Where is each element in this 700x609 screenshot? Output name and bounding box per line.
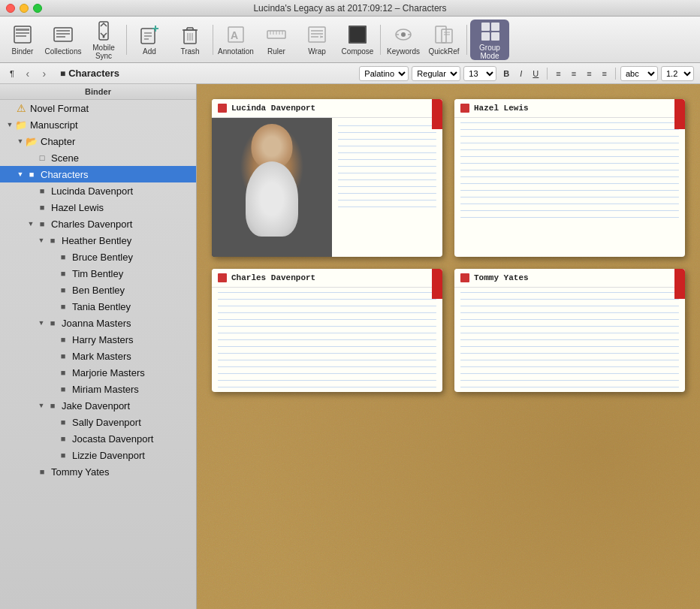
- sidebar-item-heather-bentley[interactable]: ▼ ■ Heather Bentley: [0, 232, 196, 249]
- nav-forward-arrow[interactable]: ›: [38, 67, 51, 80]
- font-family-select[interactable]: Palatino: [359, 66, 409, 81]
- card-icon-hazel: [460, 104, 469, 113]
- italic-button[interactable]: I: [516, 68, 526, 79]
- fullscreen-button[interactable]: [33, 4, 42, 13]
- mobile-sync-button[interactable]: Mobile Sync: [84, 20, 123, 60]
- svg-rect-43: [442, 29, 452, 43]
- sidebar-item-harry-masters[interactable]: ■ Harry Masters: [0, 331, 196, 348]
- sidebar-item-sally-davenport[interactable]: ■ Sally Davenport: [0, 414, 196, 430]
- sidebar-item-manuscript[interactable]: ▼ 📁 Manuscript: [0, 116, 196, 133]
- charles-icon: ■: [36, 218, 48, 230]
- tania-label: Tania Bentley: [72, 301, 131, 312]
- close-button[interactable]: [6, 4, 15, 13]
- sidebar-item-tim-bentley[interactable]: ■ Tim Bentley: [0, 265, 196, 282]
- sidebar-item-miriam-masters[interactable]: ■ Miriam Masters: [0, 381, 196, 397]
- line-11: [338, 193, 436, 194]
- sidebar-item-marjorie-masters[interactable]: ■ Marjorie Masters: [0, 364, 196, 381]
- sidebar-item-hazel-lewis[interactable]: ■ Hazel Lewis: [0, 199, 196, 216]
- card-lines-tommy: [454, 288, 685, 392]
- font-style-select[interactable]: Regular: [412, 66, 460, 81]
- lucinda-icon: ■: [36, 185, 48, 197]
- keywords-label: Keywords: [387, 47, 420, 56]
- jake-label: Jake Davenport: [62, 400, 130, 412]
- sidebar-item-joanna-masters[interactable]: ▼ ■ Joanna Masters: [0, 315, 196, 331]
- sidebar-item-chapter[interactable]: ▼ 📂 Chapter: [0, 133, 196, 149]
- card-tommy-yates[interactable]: Tommy Yates: [454, 269, 685, 392]
- binder-icon: [11, 23, 34, 46]
- ruler-icon: [265, 23, 288, 46]
- sidebar-item-scene[interactable]: □ Scene: [0, 149, 196, 166]
- characters-label: Characters: [41, 169, 89, 180]
- sidebar-item-characters[interactable]: ▼ ■ Characters: [0, 166, 196, 182]
- ruler-label: Ruler: [267, 47, 285, 56]
- joanna-icon: ■: [47, 317, 59, 329]
- font-size-select[interactable]: 13: [463, 66, 496, 81]
- sidebar-item-ben-bentley[interactable]: ■ Ben Bentley: [0, 282, 196, 298]
- sally-icon: ■: [57, 416, 69, 428]
- bold-button[interactable]: B: [499, 68, 513, 79]
- add-button[interactable]: Add: [130, 20, 169, 60]
- keywords-button[interactable]: Keywords: [384, 20, 423, 60]
- sidebar-item-tommy-yates[interactable]: ■ Tommy Yates: [0, 463, 196, 480]
- text-color-select[interactable]: abc: [620, 66, 658, 81]
- separator-2: [213, 25, 213, 55]
- group-mode-button[interactable]: Group Mode: [470, 20, 509, 60]
- card-icon-lucinda: [218, 104, 227, 113]
- line-5: [338, 152, 436, 153]
- novel-format-icon: ⚠: [15, 102, 27, 114]
- sidebar-item-lucinda-davenport[interactable]: ■ Lucinda Davenport: [0, 182, 196, 199]
- sidebar-item-jake-davenport[interactable]: ▼ ■ Jake Davenport: [0, 397, 196, 414]
- align-left-button[interactable]: ≡: [552, 68, 564, 79]
- collections-icon: [52, 23, 74, 46]
- sidebar-item-jocasta-davenport[interactable]: ■ Jocasta Davenport: [0, 430, 196, 447]
- card-lucinda-davenport[interactable]: Lucinda Davenport: [212, 99, 442, 257]
- mobile-sync-icon: [92, 20, 115, 42]
- sidebar-item-charles-davenport[interactable]: ▼ ■ Charles Davenport: [0, 216, 196, 232]
- card-charles-davenport[interactable]: Charles Davenport: [212, 269, 442, 392]
- sidebar-item-lizzie-davenport[interactable]: ■ Lizzie Davenport: [0, 447, 196, 463]
- annotation-label: Annotation: [218, 47, 254, 56]
- card-photo-lucinda: [212, 118, 332, 257]
- current-view-title: ■ Characters: [60, 68, 119, 79]
- align-center-button[interactable]: ≡: [568, 68, 580, 79]
- underline-button[interactable]: U: [529, 68, 542, 79]
- sidebar-item-mark-masters[interactable]: ■ Mark Masters: [0, 348, 196, 364]
- card-hazel-lewis[interactable]: Hazel Lewis: [454, 99, 685, 257]
- annotation-button[interactable]: A Annotation: [216, 20, 255, 60]
- sidebar-item-novel-format[interactable]: ⚠ Novel Format: [0, 100, 196, 116]
- wrap-label: Wrap: [308, 47, 326, 56]
- justify-button[interactable]: ≡: [599, 68, 611, 79]
- nav-back-arrow[interactable]: ‹: [21, 67, 35, 80]
- collections-button[interactable]: Collections: [44, 20, 83, 60]
- line-2: [338, 132, 436, 133]
- trash-button[interactable]: Trash: [170, 20, 210, 60]
- quickref-button[interactable]: QuickRef: [424, 20, 463, 60]
- compose-icon: [346, 23, 369, 46]
- mark-icon: ■: [57, 350, 69, 362]
- ruler-button[interactable]: Ruler: [257, 20, 296, 60]
- line-7: [338, 166, 436, 167]
- minimize-button[interactable]: [20, 4, 29, 13]
- sidebar-header: Binder: [0, 84, 196, 100]
- binder-button[interactable]: Binder: [3, 20, 42, 60]
- scene-label: Scene: [51, 152, 79, 164]
- line-9: [338, 179, 436, 180]
- toggle-heather: ▼: [36, 235, 47, 246]
- svg-rect-7: [56, 36, 65, 38]
- toggle-jake: ▼: [36, 400, 47, 411]
- align-right-button[interactable]: ≡: [583, 68, 595, 79]
- svg-rect-1: [16, 29, 29, 31]
- card-icon-tommy: [460, 273, 469, 282]
- sidebar-item-tania-bentley[interactable]: ■ Tania Bentley: [0, 298, 196, 315]
- toggle-scene: [26, 152, 36, 163]
- line-1: [338, 125, 436, 126]
- line-spacing-select[interactable]: 1.2: [661, 66, 694, 81]
- heather-label: Heather Bentley: [62, 235, 131, 246]
- paragraph-symbol[interactable]: ¶: [6, 68, 18, 79]
- svg-text:A: A: [231, 29, 238, 41]
- svg-rect-5: [56, 30, 70, 32]
- compose-button[interactable]: Compose: [338, 20, 377, 60]
- wrap-button[interactable]: Wrap: [297, 20, 336, 60]
- trash-icon: [179, 23, 201, 46]
- sidebar-item-bruce-bentley[interactable]: ■ Bruce Bentley: [0, 249, 196, 265]
